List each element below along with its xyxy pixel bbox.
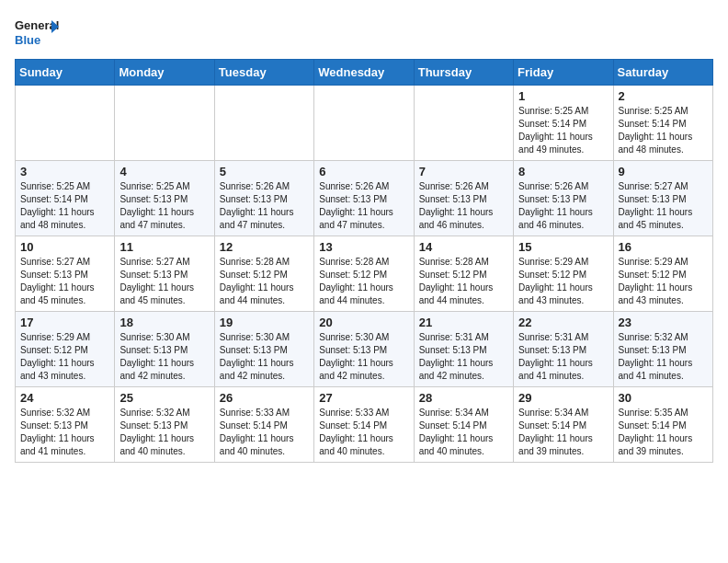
page-header: General Blue bbox=[15, 15, 713, 52]
cell-info: Sunrise: 5:27 AM Sunset: 5:13 PM Dayligh… bbox=[119, 256, 209, 307]
week-row-5: 24Sunrise: 5:32 AM Sunset: 5:13 PM Dayli… bbox=[16, 387, 713, 463]
day-number: 5 bbox=[220, 165, 309, 178]
cell-info: Sunrise: 5:27 AM Sunset: 5:13 PM Dayligh… bbox=[619, 180, 708, 232]
cell-info: Sunrise: 5:30 AM Sunset: 5:13 PM Dayligh… bbox=[220, 331, 309, 383]
day-number: 13 bbox=[319, 240, 408, 254]
cell-info: Sunrise: 5:28 AM Sunset: 5:12 PM Dayligh… bbox=[319, 256, 408, 307]
calendar-cell bbox=[115, 86, 214, 161]
calendar-cell: 2Sunrise: 5:25 AM Sunset: 5:14 PM Daylig… bbox=[613, 86, 712, 161]
cell-info: Sunrise: 5:34 AM Sunset: 5:14 PM Dayligh… bbox=[518, 407, 608, 458]
day-header-sunday: Sunday bbox=[16, 60, 115, 86]
calendar-cell: 11Sunrise: 5:27 AM Sunset: 5:13 PM Dayli… bbox=[115, 236, 214, 312]
svg-text:Blue: Blue bbox=[15, 33, 40, 47]
calendar-cell: 15Sunrise: 5:29 AM Sunset: 5:12 PM Dayli… bbox=[514, 236, 613, 312]
day-number: 25 bbox=[119, 391, 209, 405]
cell-info: Sunrise: 5:26 AM Sunset: 5:13 PM Dayligh… bbox=[220, 180, 309, 232]
calendar-cell: 21Sunrise: 5:31 AM Sunset: 5:13 PM Dayli… bbox=[414, 312, 513, 387]
day-number: 30 bbox=[619, 391, 708, 405]
cell-info: Sunrise: 5:33 AM Sunset: 5:14 PM Dayligh… bbox=[220, 407, 309, 458]
day-number: 22 bbox=[518, 316, 608, 329]
calendar-cell bbox=[214, 86, 313, 161]
cell-info: Sunrise: 5:32 AM Sunset: 5:13 PM Dayligh… bbox=[20, 407, 109, 458]
cell-info: Sunrise: 5:30 AM Sunset: 5:13 PM Dayligh… bbox=[119, 331, 209, 383]
day-number: 7 bbox=[419, 165, 508, 178]
day-number: 24 bbox=[20, 391, 109, 405]
day-number: 20 bbox=[319, 316, 408, 329]
calendar-cell: 14Sunrise: 5:28 AM Sunset: 5:12 PM Dayli… bbox=[414, 236, 513, 312]
calendar-cell: 9Sunrise: 5:27 AM Sunset: 5:13 PM Daylig… bbox=[613, 161, 712, 236]
calendar-cell: 8Sunrise: 5:26 AM Sunset: 5:13 PM Daylig… bbox=[514, 161, 613, 236]
week-row-3: 10Sunrise: 5:27 AM Sunset: 5:13 PM Dayli… bbox=[16, 236, 713, 312]
calendar-cell: 27Sunrise: 5:33 AM Sunset: 5:14 PM Dayli… bbox=[314, 387, 414, 463]
day-number: 19 bbox=[220, 316, 309, 329]
cell-info: Sunrise: 5:28 AM Sunset: 5:12 PM Dayligh… bbox=[419, 256, 508, 307]
day-number: 14 bbox=[419, 240, 508, 254]
cell-info: Sunrise: 5:30 AM Sunset: 5:13 PM Dayligh… bbox=[319, 331, 408, 383]
cell-info: Sunrise: 5:25 AM Sunset: 5:14 PM Dayligh… bbox=[518, 105, 608, 156]
day-number: 17 bbox=[20, 316, 109, 329]
day-number: 1 bbox=[518, 89, 608, 103]
calendar-cell: 5Sunrise: 5:26 AM Sunset: 5:13 PM Daylig… bbox=[214, 161, 313, 236]
day-number: 23 bbox=[619, 316, 708, 329]
calendar-cell bbox=[414, 86, 513, 161]
calendar-cell: 16Sunrise: 5:29 AM Sunset: 5:12 PM Dayli… bbox=[613, 236, 712, 312]
day-number: 2 bbox=[619, 89, 708, 103]
day-number: 29 bbox=[518, 391, 608, 405]
week-row-4: 17Sunrise: 5:29 AM Sunset: 5:12 PM Dayli… bbox=[16, 312, 713, 387]
cell-info: Sunrise: 5:26 AM Sunset: 5:13 PM Dayligh… bbox=[518, 180, 608, 232]
cell-info: Sunrise: 5:31 AM Sunset: 5:13 PM Dayligh… bbox=[518, 331, 608, 383]
calendar-cell: 20Sunrise: 5:30 AM Sunset: 5:13 PM Dayli… bbox=[314, 312, 414, 387]
day-number: 11 bbox=[119, 240, 209, 254]
logo: General Blue bbox=[15, 15, 59, 52]
cell-info: Sunrise: 5:25 AM Sunset: 5:13 PM Dayligh… bbox=[119, 180, 209, 232]
day-number: 12 bbox=[220, 240, 309, 254]
cell-info: Sunrise: 5:28 AM Sunset: 5:12 PM Dayligh… bbox=[220, 256, 309, 307]
day-number: 3 bbox=[20, 165, 109, 178]
calendar-cell: 28Sunrise: 5:34 AM Sunset: 5:14 PM Dayli… bbox=[414, 387, 513, 463]
calendar-cell: 24Sunrise: 5:32 AM Sunset: 5:13 PM Dayli… bbox=[16, 387, 115, 463]
day-number: 9 bbox=[619, 165, 708, 178]
calendar-cell bbox=[16, 86, 115, 161]
cell-info: Sunrise: 5:34 AM Sunset: 5:14 PM Dayligh… bbox=[419, 407, 508, 458]
day-number: 4 bbox=[119, 165, 209, 178]
cell-info: Sunrise: 5:29 AM Sunset: 5:12 PM Dayligh… bbox=[619, 256, 708, 307]
day-number: 6 bbox=[319, 165, 408, 178]
day-number: 21 bbox=[419, 316, 508, 329]
cell-info: Sunrise: 5:26 AM Sunset: 5:13 PM Dayligh… bbox=[319, 180, 408, 232]
logo-svg: General Blue bbox=[15, 15, 59, 52]
day-number: 8 bbox=[518, 165, 608, 178]
cell-info: Sunrise: 5:35 AM Sunset: 5:14 PM Dayligh… bbox=[619, 407, 708, 458]
day-number: 28 bbox=[419, 391, 508, 405]
day-number: 15 bbox=[518, 240, 608, 254]
calendar-cell: 10Sunrise: 5:27 AM Sunset: 5:13 PM Dayli… bbox=[16, 236, 115, 312]
day-header-friday: Friday bbox=[514, 60, 613, 86]
day-header-thursday: Thursday bbox=[414, 60, 513, 86]
calendar-cell: 25Sunrise: 5:32 AM Sunset: 5:13 PM Dayli… bbox=[115, 387, 214, 463]
calendar-cell: 26Sunrise: 5:33 AM Sunset: 5:14 PM Dayli… bbox=[214, 387, 313, 463]
calendar-cell: 18Sunrise: 5:30 AM Sunset: 5:13 PM Dayli… bbox=[115, 312, 214, 387]
calendar-cell: 22Sunrise: 5:31 AM Sunset: 5:13 PM Dayli… bbox=[514, 312, 613, 387]
cell-info: Sunrise: 5:32 AM Sunset: 5:13 PM Dayligh… bbox=[619, 331, 708, 383]
calendar-table: SundayMondayTuesdayWednesdayThursdayFrid… bbox=[15, 59, 713, 463]
cell-info: Sunrise: 5:27 AM Sunset: 5:13 PM Dayligh… bbox=[20, 256, 109, 307]
day-number: 10 bbox=[20, 240, 109, 254]
week-row-2: 3Sunrise: 5:25 AM Sunset: 5:14 PM Daylig… bbox=[16, 161, 713, 236]
calendar-cell: 1Sunrise: 5:25 AM Sunset: 5:14 PM Daylig… bbox=[514, 86, 613, 161]
day-number: 26 bbox=[220, 391, 309, 405]
calendar-cell: 13Sunrise: 5:28 AM Sunset: 5:12 PM Dayli… bbox=[314, 236, 414, 312]
day-number: 18 bbox=[119, 316, 209, 329]
day-header-wednesday: Wednesday bbox=[314, 60, 414, 86]
calendar-cell bbox=[314, 86, 414, 161]
calendar-cell: 29Sunrise: 5:34 AM Sunset: 5:14 PM Dayli… bbox=[514, 387, 613, 463]
day-header-tuesday: Tuesday bbox=[214, 60, 313, 86]
cell-info: Sunrise: 5:26 AM Sunset: 5:13 PM Dayligh… bbox=[419, 180, 508, 232]
calendar-cell: 3Sunrise: 5:25 AM Sunset: 5:14 PM Daylig… bbox=[16, 161, 115, 236]
day-header-saturday: Saturday bbox=[613, 60, 712, 86]
cell-info: Sunrise: 5:25 AM Sunset: 5:14 PM Dayligh… bbox=[619, 105, 708, 156]
week-row-1: 1Sunrise: 5:25 AM Sunset: 5:14 PM Daylig… bbox=[16, 86, 713, 161]
calendar-cell: 7Sunrise: 5:26 AM Sunset: 5:13 PM Daylig… bbox=[414, 161, 513, 236]
calendar-cell: 6Sunrise: 5:26 AM Sunset: 5:13 PM Daylig… bbox=[314, 161, 414, 236]
calendar-cell: 30Sunrise: 5:35 AM Sunset: 5:14 PM Dayli… bbox=[613, 387, 712, 463]
day-number: 27 bbox=[319, 391, 408, 405]
cell-info: Sunrise: 5:29 AM Sunset: 5:12 PM Dayligh… bbox=[518, 256, 608, 307]
